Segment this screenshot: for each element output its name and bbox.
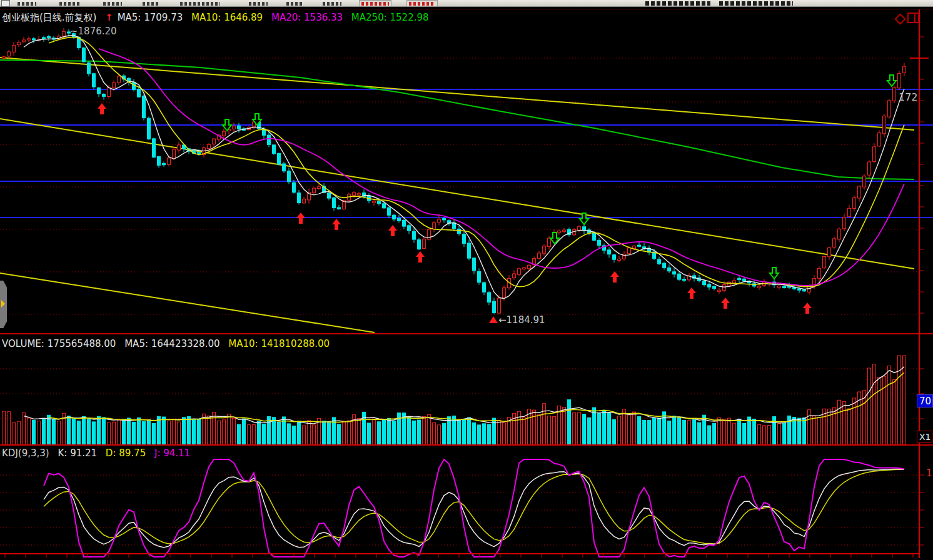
volume-multiplier-label[interactable]: X1 bbox=[917, 431, 932, 443]
trading-terminal-window: 创业板指(日线.前复权) ↑ MA5: 1709.73 MA10: 1646.8… bbox=[0, 0, 933, 560]
ma250-label: MA250: 1522.98 bbox=[351, 12, 429, 23]
main-chart-header: 创业板指(日线.前复权) ↑ MA5: 1709.73 MA10: 1646.8… bbox=[2, 12, 435, 24]
window-split-icon[interactable] bbox=[907, 12, 919, 23]
ma5-label: MA5: 1709.73 bbox=[118, 12, 183, 23]
right-edge-price-label: 172 bbox=[899, 91, 918, 103]
volume-label: VOLUME: 175565488.00 bbox=[2, 338, 116, 349]
trough-price-annotation: ←1184.91 bbox=[498, 314, 545, 326]
ma10-label: MA10: 1646.89 bbox=[191, 12, 263, 23]
volume-panel-header: VOLUME: 175565488.00 MA5: 164423328.00 M… bbox=[2, 338, 335, 349]
volume-scale-badge: 70 bbox=[917, 394, 933, 408]
peak-price-annotation: ~1876.20 bbox=[70, 26, 117, 37]
up-arrow-icon: ↑ bbox=[105, 12, 113, 23]
chart-canvas[interactable] bbox=[0, 0, 933, 560]
kdj-k-label: K: 91.21 bbox=[58, 448, 97, 459]
instrument-title: 创业板指(日线.前复权) bbox=[2, 12, 96, 23]
volume-ma10-label: MA10: 141810288.00 bbox=[228, 338, 330, 349]
volume-ma5-label: MA5: 164423328.00 bbox=[124, 338, 219, 349]
kdj-d-label: D: 89.75 bbox=[106, 448, 146, 459]
kdj-right-edge-label: 1 bbox=[926, 468, 932, 479]
ma20-label: MA20: 1536.33 bbox=[271, 12, 343, 23]
kdj-j-label: J: 94.11 bbox=[154, 448, 190, 459]
kdj-name-label: KDJ(9,3,3) bbox=[2, 448, 49, 459]
left-panel-collapse-handle[interactable] bbox=[0, 281, 7, 328]
window-split-icon-bar bbox=[914, 14, 915, 22]
kdj-panel-header: KDJ(9,3,3) K: 91.21 D: 89.75 J: 94.11 bbox=[2, 448, 196, 459]
expand-arrow-icon bbox=[1, 300, 5, 308]
